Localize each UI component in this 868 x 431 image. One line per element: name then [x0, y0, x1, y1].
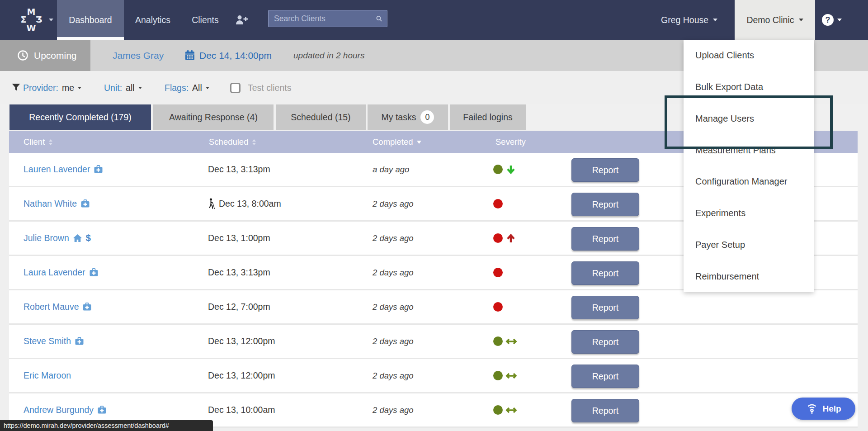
provider-filter[interactable]: Provider: me [23, 71, 81, 104]
tab-scheduled[interactable]: Scheduled (15) [276, 104, 366, 130]
menu-item-measurement-plans[interactable]: Measurement Plans [684, 134, 814, 166]
trend-flat-icon [505, 336, 517, 346]
severity-dot-red [493, 302, 503, 312]
column-header-scheduled[interactable]: Scheduled [209, 131, 256, 153]
search-input[interactable] [274, 14, 376, 24]
tab-recently-completed[interactable]: Recently Completed (179) [9, 104, 151, 130]
medical-kit-icon [75, 337, 84, 346]
client-name: Robert Mauve [24, 302, 79, 312]
report-button[interactable]: Report [571, 261, 639, 285]
client-name: Julie Brown [24, 233, 69, 243]
dollar-icon: $ [86, 233, 91, 243]
upcoming-label-box[interactable]: Upcoming [0, 40, 90, 71]
help-button[interactable]: Help [792, 398, 855, 420]
nav-item-clients[interactable]: Clients [184, 0, 226, 40]
upcoming-datetime[interactable]: Dec 14, 14:00pm [184, 40, 272, 71]
clinic-menu[interactable]: Demo Clinic [735, 0, 815, 40]
client-link[interactable]: Steve Smith [24, 325, 84, 358]
beacon-icon [806, 403, 818, 415]
report-button[interactable]: Report [571, 330, 639, 354]
chevron-down-icon [713, 19, 717, 21]
provider-filter-value: me [62, 83, 74, 93]
client-link[interactable]: Robert Mauve [24, 290, 92, 323]
client-link[interactable]: Eric Maroon [24, 359, 71, 392]
scheduled-cell: Dec 13, 12:00pm [208, 325, 275, 358]
scheduled-cell: Dec 12, 7:00pm [208, 290, 270, 323]
unit-filter[interactable]: Unit: all [104, 71, 142, 104]
flags-filter-value: All [192, 83, 202, 93]
search-box [268, 10, 387, 27]
upcoming-client-link[interactable]: James Gray [113, 40, 164, 71]
trend-up-icon [505, 233, 516, 244]
severity-dot-red [493, 199, 503, 208]
report-button[interactable]: Report [571, 296, 639, 319]
flags-filter[interactable]: Flags: All [165, 71, 209, 104]
trend-flat-icon [505, 405, 517, 415]
menu-item-manage-users[interactable]: Manage Users [684, 103, 814, 135]
severity-cell [493, 359, 517, 392]
client-link[interactable]: Lauren Lavender [24, 153, 103, 186]
report-button[interactable]: Report [571, 365, 639, 388]
svg-text:Ʒ: Ʒ [36, 14, 42, 24]
client-name: Laura Lavender [24, 267, 85, 278]
calendar-icon [184, 50, 195, 61]
svg-text:Σ: Σ [21, 14, 27, 24]
severity-cell [493, 222, 516, 255]
menu-item-payer-setup[interactable]: Payer Setup [684, 229, 814, 261]
client-link[interactable]: Julie Brown $ [24, 222, 91, 255]
column-header-completed[interactable]: Completed [373, 131, 421, 153]
report-button[interactable]: Report [571, 158, 639, 182]
search-icon[interactable] [376, 14, 382, 24]
report-button[interactable]: Report [571, 399, 639, 422]
user-menu[interactable]: Greg House [656, 0, 722, 40]
menu-item-experiments[interactable]: Experiments [684, 198, 814, 229]
add-client-icon[interactable] [235, 14, 249, 25]
scheduled-cell: Dec 13, 8:00am [208, 187, 281, 220]
menu-item-reimbursement[interactable]: Reimbursement [684, 260, 814, 292]
provider-filter-label: Provider: [23, 83, 58, 93]
upcoming-updated-text: updated in 2 hours [293, 40, 364, 71]
medical-kit-icon [89, 268, 99, 277]
medical-kit-icon [80, 199, 90, 208]
brand-caret-icon[interactable] [49, 19, 53, 21]
completed-cell: 2 days ago [373, 359, 414, 392]
svg-text:W: W [27, 23, 36, 32]
unit-filter-label: Unit: [104, 83, 122, 93]
report-button[interactable]: Report [571, 193, 639, 216]
top-navbar: M Σ Ʒ W Dashboard Analytics Clients Greg… [0, 0, 868, 40]
chevron-down-icon [799, 19, 803, 21]
severity-cell [493, 290, 503, 323]
report-button[interactable]: Report [571, 227, 639, 251]
upcoming-label: Upcoming [34, 50, 77, 61]
help-menu[interactable]: ? [822, 0, 842, 40]
severity-dot-red [493, 233, 503, 243]
clinic-dropdown-menu: Upload Clients Bulk Export Data Manage U… [684, 40, 814, 292]
nav-item-dashboard[interactable]: Dashboard [57, 0, 124, 40]
severity-dot-olive [493, 405, 503, 415]
menu-item-upload-clients[interactable]: Upload Clients [684, 40, 814, 71]
clinic-menu-label: Demo Clinic [746, 15, 794, 25]
link-preview-status-bar: https://demo.mirah.dev/provider/assessme… [0, 420, 213, 431]
column-label: Scheduled [209, 137, 248, 147]
tab-failed-logins[interactable]: Failed logins [450, 104, 526, 130]
column-header-severity: Severity [495, 131, 526, 153]
medical-kit-icon [94, 165, 103, 174]
client-link[interactable]: Nathan White [24, 187, 90, 220]
nav-item-analytics[interactable]: Analytics [127, 0, 178, 40]
brand-logo-star-icon[interactable]: M Σ Ʒ W [19, 8, 43, 32]
severity-dot-red [493, 268, 503, 277]
test-clients-checkbox[interactable] [230, 83, 241, 93]
completed-cell: 2 days ago [373, 256, 414, 289]
column-header-client[interactable]: Client [24, 131, 52, 153]
severity-dot-olive [493, 165, 503, 174]
menu-item-configuration-manager[interactable]: Configuration Manager [684, 166, 814, 198]
tab-awaiting-response[interactable]: Awaiting Response (4) [153, 104, 274, 130]
tab-my-tasks[interactable]: My tasks 0 [368, 104, 448, 130]
scheduled-cell: Dec 13, 3:13pm [208, 256, 270, 289]
scheduled-cell: Dec 13, 10:00am [208, 393, 275, 426]
medical-kit-icon [82, 303, 92, 311]
menu-item-bulk-export-data[interactable]: Bulk Export Data [684, 71, 814, 103]
completed-cell: 2 days ago [373, 290, 414, 323]
tab-label: Recently Completed (179) [29, 112, 132, 123]
client-link[interactable]: Laura Lavender [24, 256, 99, 289]
